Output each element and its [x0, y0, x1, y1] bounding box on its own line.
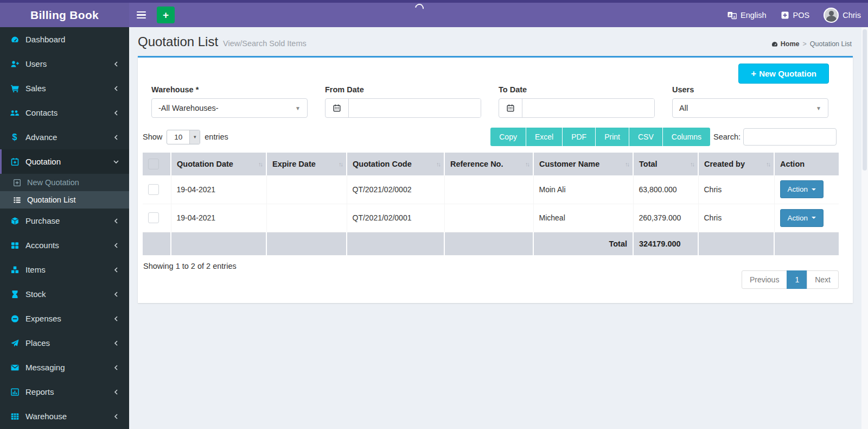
- pdf-button[interactable]: PDF: [563, 128, 596, 146]
- table-grid-icon: [10, 412, 20, 421]
- main-content: Quotation List View/Search Sold Items Ho…: [129, 0, 868, 303]
- envelope-icon: [10, 363, 20, 372]
- cell-customer-name: Moin Ali: [533, 175, 633, 204]
- gauge-icon: [771, 41, 778, 48]
- caret-down-icon: ▾: [189, 130, 200, 144]
- app-logo[interactable]: Billing Book: [0, 3, 129, 27]
- print-button[interactable]: Print: [596, 128, 629, 146]
- excel-button[interactable]: Excel: [526, 128, 563, 146]
- cell-total: 63,800.000: [633, 175, 698, 204]
- user-menu[interactable]: Chris: [816, 3, 868, 27]
- column-header-expire-date[interactable]: Expire Date↑↓: [266, 153, 347, 175]
- column-header-total[interactable]: Total↑↓: [633, 153, 698, 175]
- sidebar-item-purchase[interactable]: Purchase: [0, 209, 129, 233]
- column-header-created-by[interactable]: Created by↑↓: [698, 153, 774, 175]
- cell-reference-no: [444, 175, 533, 204]
- cell-quotation-code: QT/2021/02/0001: [347, 204, 444, 232]
- list-icon: [12, 196, 22, 204]
- cell-reference-no: [444, 204, 533, 232]
- sidebar-item-label: Contacts: [25, 108, 58, 117]
- scrollbar[interactable]: [861, 27, 868, 429]
- calendar-plus-icon: [10, 157, 20, 166]
- select-all-checkbox[interactable]: [148, 159, 159, 169]
- gauge-icon: [10, 35, 20, 44]
- sidebar-item-warehouse[interactable]: Warehouse: [0, 404, 129, 428]
- svg-text:A: A: [729, 12, 732, 17]
- sidebar-item-reports[interactable]: Reports: [0, 380, 129, 404]
- language-label: English: [741, 11, 767, 20]
- sidebar-item-contacts[interactable]: Contacts: [0, 100, 129, 125]
- quick-add-button[interactable]: +: [157, 7, 175, 23]
- users-label: Users: [672, 85, 828, 94]
- chevron-left-icon: [111, 413, 121, 420]
- breadcrumb-home-link[interactable]: Home: [771, 40, 800, 48]
- chevron-left-icon: [111, 242, 121, 249]
- chevron-down-icon: [111, 159, 121, 165]
- chevron-left-icon: [111, 267, 121, 273]
- top-navbar: Billing Book + Aa English POS Chris: [0, 0, 868, 27]
- page-length-select[interactable]: 10 ▾: [167, 130, 200, 144]
- sidebar-item-quotation[interactable]: Quotation: [0, 149, 129, 174]
- pagination-next[interactable]: Next: [807, 270, 839, 289]
- page-title: Quotation List View/Search Sold Items: [138, 34, 852, 49]
- bars-icon: [137, 11, 146, 13]
- sidebar-item-label: Advance: [25, 133, 57, 142]
- column-header-customer-name[interactable]: Customer Name↑↓: [533, 153, 633, 175]
- chevron-left-icon: [111, 110, 121, 116]
- sidebar-item-label: Quotation: [25, 157, 61, 166]
- column-header-quotation-code[interactable]: Quotation Code↑↓: [347, 153, 444, 175]
- plus-square-icon: [12, 179, 22, 187]
- pos-menu[interactable]: POS: [774, 3, 817, 27]
- to-date-input[interactable]: [522, 99, 654, 117]
- sidebar-item-advance[interactable]: $ Advance: [0, 125, 129, 149]
- cell-expire-date: [266, 175, 347, 204]
- sidebar-item-dashboard[interactable]: Dashboard: [0, 27, 129, 52]
- scrollbar-thumb[interactable]: [863, 29, 867, 171]
- language-menu[interactable]: Aa English: [720, 3, 774, 27]
- column-header-quotation-date[interactable]: Quotation Date↑↓: [171, 153, 266, 175]
- pagination-previous[interactable]: Previous: [742, 270, 787, 289]
- sidebar-item-messaging[interactable]: Messaging: [0, 355, 129, 380]
- sidebar-toggle-button[interactable]: [129, 3, 153, 27]
- dollar-icon: $: [10, 133, 20, 142]
- row-checkbox[interactable]: [148, 184, 159, 195]
- cell-total: 260,379.000: [633, 204, 698, 232]
- column-header-action: Action: [774, 153, 839, 175]
- sidebar-item-label: Accounts: [25, 241, 59, 250]
- sidebar-item-stock[interactable]: Stock: [0, 282, 129, 306]
- row-checkbox[interactable]: [148, 212, 159, 223]
- sidebar-item-sales[interactable]: Sales: [0, 76, 129, 100]
- bar-chart-icon: [10, 388, 20, 396]
- row-action-button[interactable]: Action: [780, 180, 824, 198]
- sidebar-item-items[interactable]: Items: [0, 257, 129, 282]
- cell-expire-date: [266, 204, 347, 232]
- new-quotation-button[interactable]: + New Quotation: [738, 64, 829, 84]
- sort-icon: ↑↓: [436, 161, 440, 167]
- warehouse-select[interactable]: -All Warehouses- ▼: [151, 98, 308, 118]
- search-input[interactable]: [743, 128, 837, 146]
- select-all-header: [143, 153, 171, 175]
- columns-button[interactable]: Columns: [663, 128, 710, 146]
- sidebar-item-new-quotation[interactable]: New Quotation: [0, 174, 129, 191]
- sidebar-item-quotation-list[interactable]: Quotation List: [0, 191, 129, 209]
- pagination-page-1[interactable]: 1: [787, 270, 807, 289]
- hourglass-icon: [10, 290, 20, 299]
- copy-button[interactable]: Copy: [490, 128, 526, 146]
- sidebar-item-accounts[interactable]: Accounts: [0, 233, 129, 257]
- sidebar-item-expenses[interactable]: Expenses: [0, 306, 129, 331]
- sidebar-item-users[interactable]: Users: [0, 52, 129, 76]
- users-select[interactable]: All ▼: [672, 98, 828, 118]
- column-header-reference-no[interactable]: Reference No.↑↓: [444, 153, 533, 175]
- from-date-input[interactable]: [349, 99, 481, 117]
- table-footer-row: Total 324179.000: [143, 232, 839, 255]
- plus-icon: +: [751, 69, 756, 78]
- paper-plane-icon: [10, 339, 20, 348]
- sidebar-item-places[interactable]: Places: [0, 331, 129, 355]
- csv-button[interactable]: CSV: [629, 128, 663, 146]
- cell-created-by: Chris: [698, 175, 774, 204]
- cube-icon: [10, 217, 20, 225]
- row-action-button[interactable]: Action: [780, 209, 824, 227]
- language-icon: Aa: [727, 11, 737, 20]
- breadcrumb-separator: >: [803, 40, 807, 48]
- chevron-left-icon: [111, 389, 121, 395]
